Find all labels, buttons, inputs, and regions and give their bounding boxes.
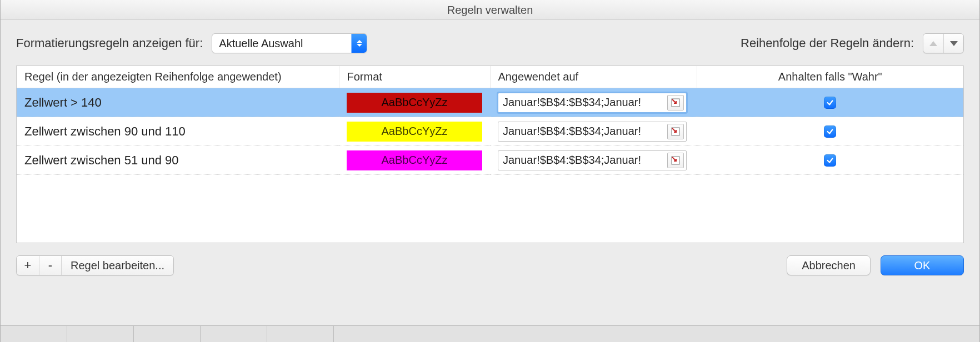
stop-if-true-checkbox[interactable] (824, 154, 836, 167)
move-down-button[interactable] (943, 34, 963, 53)
applied-to-field (498, 122, 687, 142)
applied-to-input[interactable] (498, 93, 667, 112)
window-title: Regeln verwalten (1, 0, 979, 20)
reorder-label: Reihenfolge der Regeln ändern: (741, 36, 914, 51)
cancel-button[interactable]: Abbrechen (787, 255, 871, 275)
applied-to-field (498, 93, 687, 113)
rule-row[interactable]: Zellwert zwischen 51 und 90 AaBbCcYyZz (17, 146, 963, 175)
scope-select[interactable]: Aktuelle Auswahl (212, 33, 367, 53)
background-grid-strip (1, 325, 979, 342)
ok-button[interactable]: OK (881, 255, 964, 275)
stop-if-true-checkbox[interactable] (824, 97, 836, 109)
rule-name: Zellwert > 140 (24, 95, 102, 109)
rules-table-container: Regel (in der angezeigten Reihenfolge an… (16, 66, 964, 243)
col-stop[interactable]: Anhalten falls "Wahr" (697, 66, 963, 88)
range-picker-button[interactable] (667, 153, 684, 168)
check-icon (826, 157, 834, 164)
rule-name: Zellwert zwischen 51 und 90 (24, 153, 179, 167)
rules-table: Regel (in der angezeigten Reihenfolge an… (17, 66, 963, 175)
rule-edit-group: + - Regel bearbeiten... (16, 255, 174, 275)
col-applied[interactable]: Angewendet auf (490, 66, 697, 88)
scope-row: Formatierungsregeln anzeigen für: Aktuel… (16, 33, 964, 53)
updown-icon (351, 34, 367, 53)
reorder-button-group (923, 33, 964, 53)
range-picker-button[interactable] (667, 95, 684, 110)
stop-if-true-checkbox[interactable] (824, 125, 836, 138)
applied-to-input[interactable] (498, 151, 667, 170)
rule-row[interactable]: Zellwert > 140 AaBbCcYyZz (17, 88, 963, 117)
add-rule-button[interactable]: + (17, 256, 39, 275)
applied-to-field (498, 150, 687, 170)
format-preview: AaBbCcYyZz (347, 122, 482, 142)
move-up-button[interactable] (923, 34, 943, 53)
range-picker-icon (671, 156, 680, 165)
show-rules-for-label: Formatierungsregeln anzeigen für: (16, 36, 203, 51)
rule-row[interactable]: Zellwert zwischen 90 und 110 AaBbCcYyZz (17, 117, 963, 146)
range-picker-button[interactable] (667, 124, 684, 139)
range-picker-icon (671, 98, 680, 107)
check-icon (826, 128, 834, 135)
bottom-toolbar: + - Regel bearbeiten... Abbrechen OK (16, 255, 964, 275)
dialog-content: Formatierungsregeln anzeigen für: Aktuel… (1, 20, 979, 288)
arrow-down-icon (950, 41, 958, 46)
manage-rules-dialog: Regeln verwalten Formatierungsregeln anz… (0, 0, 980, 342)
range-picker-icon (671, 127, 680, 136)
arrow-up-icon (929, 41, 937, 46)
col-rule[interactable]: Regel (in der angezeigten Reihenfolge an… (17, 66, 339, 88)
format-preview: AaBbCcYyZz (347, 150, 482, 170)
format-preview: AaBbCcYyZz (347, 93, 482, 113)
scope-select-value: Aktuelle Auswahl (219, 37, 351, 50)
rule-name: Zellwert zwischen 90 und 110 (24, 124, 186, 138)
check-icon (826, 99, 834, 107)
remove-rule-button[interactable]: - (39, 256, 61, 275)
applied-to-input[interactable] (498, 122, 667, 141)
edit-rule-button[interactable]: Regel bearbeiten... (61, 256, 173, 275)
col-format[interactable]: Format (339, 66, 490, 88)
